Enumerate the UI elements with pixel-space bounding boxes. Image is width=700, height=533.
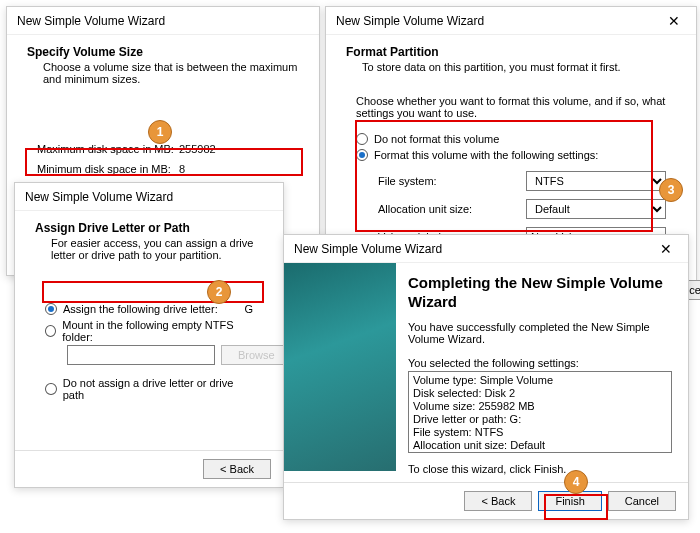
heading-area: Specify Volume Size Choose a volume size…: [7, 35, 319, 95]
format-prompt: Choose whether you want to format this v…: [356, 95, 666, 121]
alloc-select[interactable]: Default: [526, 199, 666, 219]
max-space-value: 255982: [179, 143, 289, 155]
step-heading: Assign Drive Letter or Path: [35, 221, 263, 235]
cancel-button[interactable]: Cancel: [608, 491, 676, 511]
close-icon[interactable]: ✕: [654, 241, 678, 257]
button-bar: < Back: [15, 450, 283, 487]
radio-icon: [45, 383, 57, 395]
window-title: New Simple Volume Wizard: [336, 14, 484, 28]
wizard-sidebar-graphic: [284, 263, 396, 471]
wizard-drive-window: New Simple Volume Wizard Assign Drive Le…: [14, 182, 284, 488]
step-heading: Specify Volume Size: [27, 45, 299, 59]
window-title: New Simple Volume Wizard: [25, 190, 173, 204]
wizard-complete-window: New Simple Volume Wizard ✕ Completing th…: [283, 234, 689, 520]
radio-label: Mount in the following empty NTFS folder…: [62, 319, 253, 343]
min-space-value: 8: [179, 163, 289, 175]
drive-content: Assign the following drive letter: G Mou…: [15, 271, 283, 423]
filesystem-label: File system:: [378, 175, 526, 187]
radio-icon: [356, 133, 368, 145]
complete-content: Completing the New Simple Volume Wizard …: [408, 273, 672, 471]
drive-letter-value: G: [244, 303, 253, 315]
step-subtext: Choose a volume size that is between the…: [43, 61, 299, 85]
radio-label: Do not format this volume: [374, 133, 499, 145]
complete-msg2: You selected the following settings:: [408, 357, 672, 371]
heading-area: Format Partition To store data on this p…: [326, 35, 696, 83]
step-heading: Format Partition: [346, 45, 676, 59]
window-title: New Simple Volume Wizard: [294, 242, 442, 256]
complete-heading: Completing the New Simple Volume Wizard: [408, 273, 672, 311]
radio-mount-folder[interactable]: Mount in the following empty NTFS folder…: [45, 317, 253, 345]
radio-label: Assign the following drive letter:: [63, 303, 218, 315]
radio-format[interactable]: Format this volume with the following se…: [356, 147, 666, 163]
radio-label: Do not assign a drive letter or drive pa…: [63, 377, 253, 401]
radio-no-format[interactable]: Do not format this volume: [356, 131, 666, 147]
mount-path-input: [67, 345, 215, 365]
max-space-label: Maximum disk space in MB:: [37, 143, 179, 155]
settings-summary: Volume type: Simple Volume Disk selected…: [408, 371, 672, 453]
window-title: New Simple Volume Wizard: [17, 14, 165, 28]
radio-icon: [356, 149, 368, 161]
close-icon[interactable]: ✕: [662, 13, 686, 29]
complete-msg3: To close this wizard, click Finish.: [408, 463, 672, 477]
radio-assign-letter[interactable]: Assign the following drive letter: G: [45, 301, 253, 317]
radio-icon: [45, 325, 56, 337]
heading-area: Assign Drive Letter or Path For easier a…: [15, 211, 283, 271]
finish-button[interactable]: Finish: [538, 491, 601, 511]
back-button[interactable]: < Back: [464, 491, 532, 511]
titlebar: New Simple Volume Wizard ✕: [326, 7, 696, 35]
filesystem-select[interactable]: NTFS: [526, 171, 666, 191]
titlebar: New Simple Volume Wizard: [15, 183, 283, 211]
min-space-label: Minimum disk space in MB:: [37, 163, 179, 175]
browse-button: Browse: [221, 345, 292, 365]
radio-no-assign[interactable]: Do not assign a drive letter or drive pa…: [45, 375, 253, 403]
complete-msg1: You have successfully completed the New …: [408, 321, 672, 347]
titlebar: New Simple Volume Wizard ✕: [284, 235, 688, 263]
button-bar: < Back Finish Cancel: [284, 482, 688, 519]
alloc-label: Allocation unit size:: [378, 203, 526, 215]
back-button[interactable]: < Back: [203, 459, 271, 479]
radio-icon: [45, 303, 57, 315]
step-subtext: To store data on this partition, you mus…: [362, 61, 676, 73]
radio-label: Format this volume with the following se…: [374, 149, 598, 161]
titlebar: New Simple Volume Wizard: [7, 7, 319, 35]
step-subtext: For easier access, you can assign a driv…: [51, 237, 263, 261]
